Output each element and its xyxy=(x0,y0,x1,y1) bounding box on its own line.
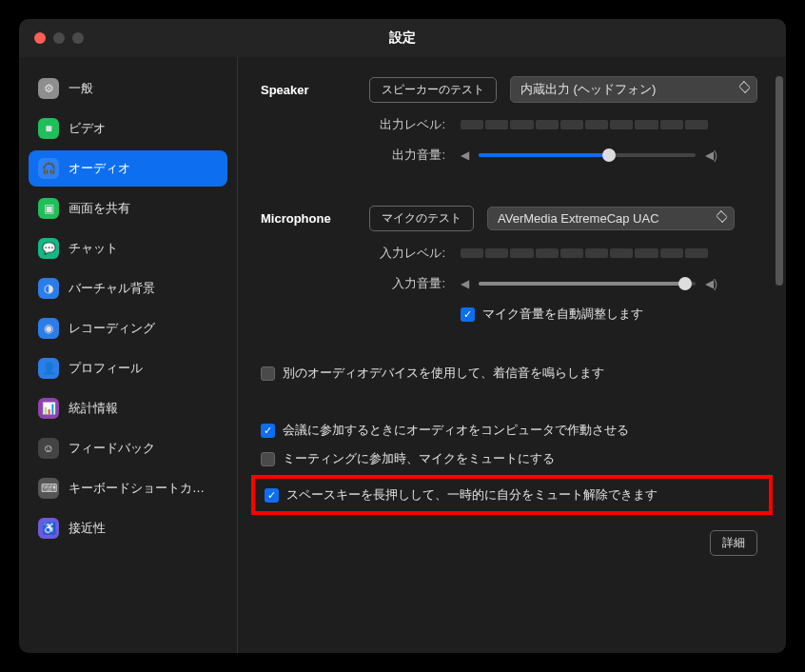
ringtone-device-checkbox[interactable] xyxy=(261,366,275,381)
speaker-device-select[interactable]: 内蔵出力 (ヘッドフォン) xyxy=(510,76,757,103)
sidebar-item-label: チャット xyxy=(69,240,118,257)
volume-low-icon: ◀ xyxy=(461,277,469,290)
sidebar-icon: ▣ xyxy=(38,198,59,219)
sidebar-icon: ⌨ xyxy=(38,478,59,499)
input-volume-label: 入力音量: xyxy=(261,275,461,292)
volume-high-icon: ◀) xyxy=(705,277,717,290)
sidebar: ⚙一般■ビデオ🎧オーディオ▣画面を共有💬チャット◑バーチャル背景◉レコーディング… xyxy=(19,57,238,653)
scrollbar[interactable] xyxy=(776,76,783,286)
sidebar-item-label: レコーディング xyxy=(69,320,155,337)
highlight-annotation: ✓ スペースキーを長押しして、一時的に自分をミュート解除できます xyxy=(251,475,773,515)
window-title: 設定 xyxy=(389,30,416,47)
main-panel: Speaker スピーカーのテスト 内蔵出力 (ヘッドフォン) 出力レベル: 出… xyxy=(238,57,786,653)
sidebar-item-label: フィードバック xyxy=(69,440,155,457)
sidebar-item-3[interactable]: ▣画面を共有 xyxy=(29,190,227,227)
sidebar-item-11[interactable]: ♿接近性 xyxy=(29,510,227,546)
space-unmute-label: スペースキーを長押しして、一時的に自分をミュート解除できます xyxy=(286,486,658,504)
sidebar-icon: 👤 xyxy=(38,358,59,379)
ringtone-device-label: 別のオーディオデバイスを使用して、着信音を鳴らします xyxy=(283,365,604,382)
space-unmute-checkbox[interactable]: ✓ xyxy=(265,488,279,503)
settings-window: 設定 ⚙一般■ビデオ🎧オーディオ▣画面を共有💬チャット◑バーチャル背景◉レコーデ… xyxy=(19,19,786,653)
volume-high-icon: ◀) xyxy=(705,148,717,162)
advanced-button[interactable]: 詳細 xyxy=(710,530,757,556)
sidebar-item-0[interactable]: ⚙一般 xyxy=(29,70,227,107)
mic-device-select[interactable]: AVerMedia ExtremeCap UAC xyxy=(487,207,735,230)
output-level-meter xyxy=(461,120,708,129)
sidebar-item-1[interactable]: ■ビデオ xyxy=(29,110,227,147)
sidebar-icon: ♿ xyxy=(38,518,59,539)
auto-adjust-mic-checkbox[interactable]: ✓ xyxy=(461,307,475,322)
zoom-window-button[interactable] xyxy=(72,32,84,44)
close-window-button[interactable] xyxy=(34,32,46,44)
sidebar-icon: ⚙ xyxy=(38,78,59,99)
output-volume-slider[interactable] xyxy=(479,153,696,157)
content-area: ⚙一般■ビデオ🎧オーディオ▣画面を共有💬チャット◑バーチャル背景◉レコーディング… xyxy=(19,57,786,653)
test-mic-button[interactable]: マイクのテスト xyxy=(369,206,474,231)
input-volume-slider[interactable] xyxy=(479,282,696,286)
titlebar: 設定 xyxy=(19,19,786,57)
auto-adjust-mic-label: マイク音量を自動調整します xyxy=(482,306,643,323)
sidebar-item-8[interactable]: 📊統計情報 xyxy=(29,390,227,426)
mute-on-join-checkbox[interactable] xyxy=(261,452,275,466)
input-level-label: 入力レベル: xyxy=(261,245,461,262)
output-volume-label: 出力音量: xyxy=(261,147,461,164)
sidebar-item-10[interactable]: ⌨キーボードショートカ… xyxy=(29,470,227,506)
sidebar-item-9[interactable]: ☺フィードバック xyxy=(29,430,227,466)
sidebar-item-7[interactable]: 👤プロフィール xyxy=(29,350,227,386)
sidebar-icon: 📊 xyxy=(38,398,59,419)
volume-low-icon: ◀ xyxy=(461,148,469,162)
sidebar-icon: ■ xyxy=(38,118,59,139)
sidebar-icon: 🎧 xyxy=(38,158,59,179)
sidebar-item-label: プロフィール xyxy=(69,360,143,377)
sidebar-item-label: 一般 xyxy=(69,80,93,97)
sidebar-item-4[interactable]: 💬チャット xyxy=(29,230,227,267)
sidebar-item-label: ビデオ xyxy=(69,120,106,137)
mute-on-join-label: ミーティングに参加時、マイクをミュートにする xyxy=(283,450,555,467)
sidebar-item-label: オーディオ xyxy=(69,160,130,177)
join-audio-checkbox[interactable]: ✓ xyxy=(261,424,275,438)
sidebar-item-6[interactable]: ◉レコーディング xyxy=(29,310,227,346)
microphone-heading: Microphone xyxy=(261,211,356,226)
minimize-window-button[interactable] xyxy=(53,32,65,44)
sidebar-icon: 💬 xyxy=(38,238,59,259)
output-level-label: 出力レベル: xyxy=(261,116,461,133)
input-level-meter xyxy=(461,248,708,258)
sidebar-icon: ☺ xyxy=(38,438,59,459)
sidebar-item-2[interactable]: 🎧オーディオ xyxy=(29,150,227,187)
speaker-heading: Speaker xyxy=(261,83,356,97)
sidebar-item-label: キーボードショートカ… xyxy=(69,480,205,497)
test-speaker-button[interactable]: スピーカーのテスト xyxy=(369,77,497,103)
sidebar-item-label: バーチャル背景 xyxy=(69,280,155,297)
sidebar-icon: ◑ xyxy=(38,278,59,299)
sidebar-icon: ◉ xyxy=(38,318,59,339)
sidebar-item-label: 統計情報 xyxy=(69,400,118,417)
sidebar-item-label: 画面を共有 xyxy=(69,200,130,217)
join-audio-label: 会議に参加するときにオーディオをコンピュータで作動させる xyxy=(283,422,629,439)
sidebar-item-label: 接近性 xyxy=(69,520,106,537)
traffic-lights xyxy=(34,32,84,44)
sidebar-item-5[interactable]: ◑バーチャル背景 xyxy=(29,270,227,306)
